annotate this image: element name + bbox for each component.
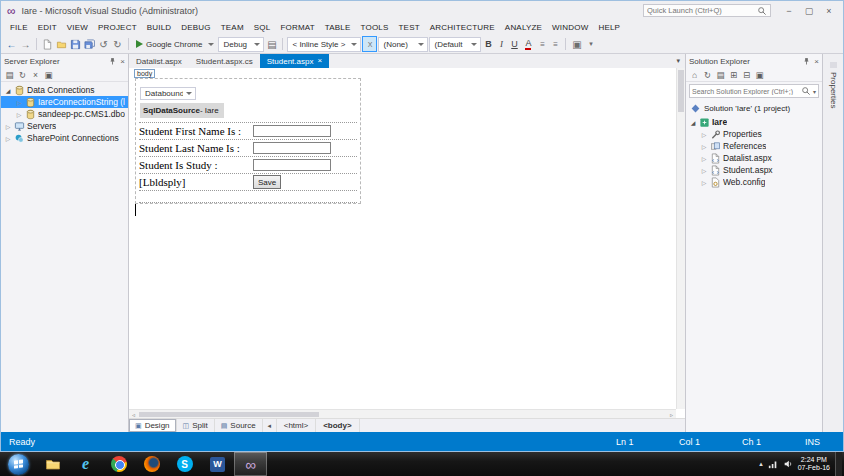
font-dropdown[interactable]: (Default <box>429 37 481 52</box>
solution-root-item[interactable]: Solution 'Iare' (1 project) <box>686 102 822 114</box>
taskbar-visual-studio[interactable]: ∞ <box>234 452 267 476</box>
collapsed-icon[interactable]: ▷ <box>700 179 708 186</box>
field-textbox[interactable] <box>253 142 331 154</box>
tab-close-icon[interactable]: × <box>317 57 322 65</box>
taskbar-firefox[interactable] <box>135 452 168 476</box>
scroll-left-icon[interactable]: ◃ <box>129 411 138 418</box>
align-center-icon[interactable]: ≡ <box>549 40 561 49</box>
titlebar[interactable]: ∞ Iare - Microsoft Visual Studio (Admini… <box>1 1 843 20</box>
scroll-right-icon[interactable]: ▹ <box>667 411 676 418</box>
navigate-back-icon[interactable]: ← <box>5 36 18 52</box>
menu-sql[interactable]: SQL <box>249 23 276 32</box>
quick-launch-input[interactable] <box>647 6 757 15</box>
expanded-icon[interactable]: ◢ <box>4 87 12 94</box>
navigate-forward-icon[interactable]: → <box>19 36 32 52</box>
target-rule-dropdown[interactable]: (None) <box>378 37 428 52</box>
save-button[interactable]: Save <box>253 175 281 189</box>
home-icon[interactable]: ⌂ <box>689 70 700 80</box>
menu-project[interactable]: PROJECT <box>93 23 142 32</box>
taskbar-start[interactable] <box>0 452 36 476</box>
target-rule-toggle-icon[interactable]: X <box>362 36 377 52</box>
font-color-button[interactable]: A <box>521 36 535 52</box>
tree-item-datalist-aspx[interactable]: ▷Datalist.aspx <box>686 152 822 164</box>
menu-edit[interactable]: EDIT <box>33 23 62 32</box>
collapsed-icon[interactable]: ▷ <box>15 111 23 118</box>
scrollbar-thumb[interactable] <box>678 70 684 112</box>
open-file-icon[interactable] <box>55 36 68 52</box>
refresh-icon[interactable]: ↻ <box>702 70 713 80</box>
scrollbar-thumb[interactable] <box>830 62 837 68</box>
tab-student-aspx[interactable]: Student.aspx× <box>260 54 329 68</box>
undo-icon[interactable]: ↺ <box>97 36 110 52</box>
menu-architecture[interactable]: ARCHITECTURE <box>425 23 500 32</box>
pin-icon[interactable] <box>108 57 117 66</box>
italic-button[interactable]: I <box>495 39 507 49</box>
taskbar-file-explorer[interactable] <box>36 452 69 476</box>
show-hidden-icons-icon[interactable]: ▴ <box>759 460 763 468</box>
stop-refresh-icon[interactable]: × <box>30 70 41 80</box>
show-desktop-button[interactable] <box>835 452 842 476</box>
tree-item-servers[interactable]: ▷Servers <box>1 120 128 132</box>
refresh-icon[interactable]: ↻ <box>17 70 28 80</box>
sqldatasource-control[interactable]: SqlDataSource - Iare <box>140 103 224 118</box>
style-application-dropdown[interactable]: < Inline Style > <box>287 37 361 52</box>
collapsed-icon[interactable]: ▷ <box>700 131 708 138</box>
body-tag-label[interactable]: body <box>134 69 155 78</box>
bold-button[interactable]: B <box>482 39 494 49</box>
horizontal-scrollbar[interactable]: ◃ ▹ <box>129 409 676 418</box>
menu-view[interactable]: VIEW <box>62 23 93 32</box>
show-all-files-icon[interactable]: ▤ <box>715 70 726 80</box>
toolbar-overflow-icon[interactable]: ▾ <box>584 36 597 52</box>
start-debug-button[interactable]: Google Chrome <box>133 36 217 52</box>
network-icon[interactable] <box>768 459 778 469</box>
menu-build[interactable]: BUILD <box>142 23 177 32</box>
tab-student-aspx-cs[interactable]: Student.aspx.cs <box>189 54 260 68</box>
menu-team[interactable]: TEAM <box>216 23 249 32</box>
taskbar-skype[interactable]: S <box>168 452 201 476</box>
maximize-button[interactable]: ▢ <box>799 3 819 18</box>
tree-item-sandeep-pc-cms1-dbo[interactable]: ▷sandeep-pc.CMS1.dbo <box>1 108 128 120</box>
save-all-icon[interactable] <box>83 36 96 52</box>
volume-icon[interactable] <box>783 459 793 469</box>
menu-analyze[interactable]: ANALYZE <box>500 23 547 32</box>
collapsed-icon[interactable]: ▷ <box>4 123 12 130</box>
save-icon[interactable] <box>69 36 82 52</box>
collapsed-icon[interactable]: ▷ <box>700 143 708 150</box>
view-mode-design[interactable]: ▣Design <box>129 419 177 432</box>
tag-nav-back-icon[interactable]: ◂ <box>263 419 277 432</box>
field-textbox[interactable] <box>253 125 331 137</box>
solution-search-box[interactable]: ▾ <box>689 84 819 98</box>
collapse-all-icon[interactable]: ⊟ <box>741 70 752 80</box>
expanded-icon[interactable]: ◢ <box>689 119 697 126</box>
design-surface[interactable]: body Databound SqlDataSource - Iare Stud… <box>129 68 676 409</box>
menu-tools[interactable]: TOOLS <box>356 23 394 32</box>
tab-properties[interactable]: Properties <box>829 72 838 108</box>
close-panel-icon[interactable]: × <box>120 57 125 66</box>
tree-item-references[interactable]: ▷References <box>686 140 822 152</box>
tag-crumb-html[interactable]: <html> <box>277 419 316 432</box>
tree-item-sharepoint-connections[interactable]: ▷SharePoint Connections <box>1 132 128 144</box>
search-options-icon[interactable]: ▾ <box>813 88 816 95</box>
tab-datalist-aspx[interactable]: Datalist.aspx <box>129 54 189 68</box>
view-mode-split[interactable]: ◫Split <box>177 419 215 432</box>
align-left-icon[interactable]: ≡ <box>536 40 548 49</box>
vertical-scrollbar[interactable] <box>676 68 685 409</box>
quick-launch-box[interactable] <box>643 4 771 17</box>
view-mode-source[interactable]: ▤Source <box>215 419 263 432</box>
tag-crumb-body[interactable]: <body> <box>316 419 359 432</box>
collapsed-icon[interactable]: ▷ <box>15 99 23 106</box>
menu-help[interactable]: HELP <box>593 23 625 32</box>
tab-overflow-icon[interactable]: ▾ <box>676 57 685 65</box>
tree-item-iareconnectionstring-l[interactable]: ▷IareConnectionString (l <box>1 96 128 108</box>
connect-database-icon[interactable]: ▤ <box>4 70 15 80</box>
toolbar-misc-icon[interactable]: ▣ <box>570 36 583 52</box>
close-panel-icon[interactable]: × <box>814 57 819 66</box>
filter-icon[interactable]: ▣ <box>43 70 54 80</box>
close-button[interactable]: × <box>819 3 839 18</box>
configuration-dropdown[interactable]: Debug <box>218 37 264 52</box>
tree-item-properties[interactable]: ▷Properties <box>686 128 822 140</box>
server-explorer-header[interactable]: Server Explorer × <box>1 54 128 68</box>
collapsed-icon[interactable]: ▷ <box>4 135 12 142</box>
form-container[interactable]: Databound SqlDataSource - Iare Student F… <box>135 78 361 204</box>
redo-icon[interactable]: ↻ <box>111 36 124 52</box>
